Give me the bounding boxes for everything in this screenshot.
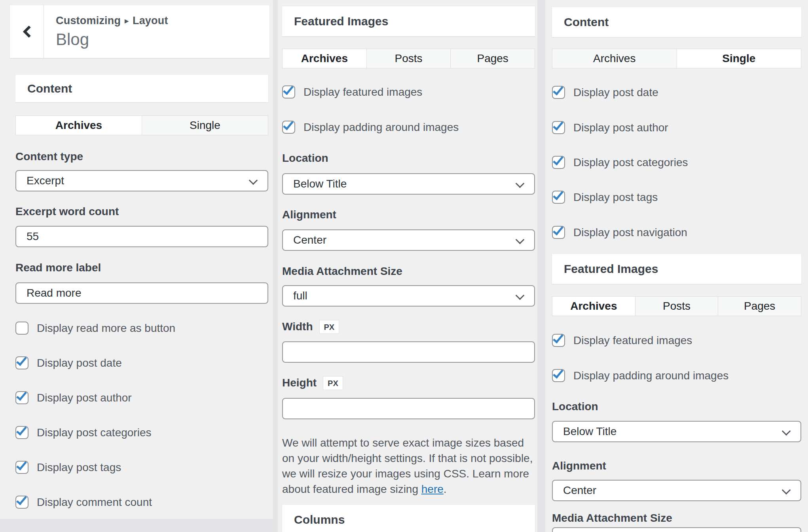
checkbox[interactable] [15, 461, 28, 474]
checkbox-row-display-post-tags[interactable]: Display post tags [15, 461, 268, 474]
tab-label: Single [190, 119, 220, 132]
checkbox[interactable] [552, 121, 565, 134]
tab-label: Pages [744, 300, 775, 312]
alignment-select[interactable]: Center [552, 480, 801, 501]
tab-posts[interactable]: Posts [635, 296, 719, 316]
checkbox[interactable] [552, 191, 565, 204]
checkbox[interactable] [552, 334, 565, 347]
tab-pages[interactable]: Pages [450, 49, 535, 68]
alignment-select[interactable]: Center [282, 229, 535, 251]
checkbox[interactable] [15, 391, 28, 404]
checkbox[interactable] [15, 496, 28, 509]
checkbox-label: Display padding around images [303, 121, 459, 134]
location-select[interactable]: Below Title [282, 173, 535, 195]
tab-single[interactable]: Single [142, 115, 268, 135]
select-value: Excerpt [27, 174, 257, 187]
read-more-label-label: Read more label [15, 261, 268, 275]
checkbox-row-display-post-navigation[interactable]: Display post navigation [552, 226, 801, 239]
content-type-label: Content type [15, 150, 268, 163]
height-label-row: Height PX [282, 375, 535, 391]
select-value: full [293, 290, 524, 302]
check-icon [553, 119, 563, 131]
tab-archives[interactable]: Archives [552, 296, 635, 316]
check-icon [553, 84, 563, 95]
checkbox-label: Display post categories [573, 156, 688, 169]
checkbox[interactable] [552, 86, 565, 99]
select-value: Center [293, 234, 524, 246]
checkbox-row-display-post-date[interactable]: Display post date [15, 356, 268, 369]
checkbox-label: Display post date [573, 86, 658, 99]
checkbox-row-display-featured-images[interactable]: Display featured images [282, 85, 535, 98]
checkbox[interactable] [552, 156, 565, 169]
breadcrumb-separator-icon: ▸ [121, 17, 133, 25]
media-attachment-size-select[interactable]: full [282, 285, 535, 307]
checkbox-row-display-featured-images[interactable]: Display featured images [552, 334, 801, 347]
checkbox-label: Display featured images [573, 334, 692, 347]
checkbox[interactable] [15, 322, 28, 335]
checkbox-row-display-read-more-as-button[interactable]: Display read more as button [15, 322, 268, 335]
checkbox[interactable] [552, 369, 565, 382]
checkbox-label: Display post tags [573, 191, 658, 204]
section-title: Content [27, 82, 72, 95]
section-header-content: Content [552, 7, 801, 37]
tab-pages[interactable]: Pages [718, 296, 801, 316]
px-unit-badge: PX [319, 320, 340, 334]
height-input[interactable] [282, 398, 535, 419]
checkbox[interactable] [15, 426, 28, 439]
checkbox-row-display-comment-count[interactable]: Display comment count [15, 496, 268, 509]
checkbox-label: Display post author [573, 121, 668, 134]
checkbox-row-display-post-tags[interactable]: Display post tags [552, 191, 801, 204]
note-text: We will attempt to serve exact image siz… [282, 437, 533, 495]
excerpt-word-count-input[interactable] [15, 226, 268, 247]
here-link[interactable]: here [421, 483, 444, 495]
checkbox[interactable] [282, 121, 295, 134]
check-icon [16, 355, 27, 366]
breadcrumb-layout: Layout [133, 15, 168, 27]
read-more-label-input[interactable] [15, 282, 268, 304]
check-icon [553, 154, 563, 165]
checkbox-row-display-post-author[interactable]: Display post author [552, 121, 801, 134]
select-value: Below Title [293, 178, 524, 190]
checkbox-row-display-padding-around-images[interactable]: Display padding around images [282, 121, 535, 134]
tab-archives[interactable]: Archives [552, 49, 677, 68]
media-attachment-size-label: Media Attachment Size [282, 265, 535, 278]
checkbox-label: Display post author [37, 392, 132, 404]
media-attachment-size-label: Media Attachment Size [552, 511, 801, 525]
tab-single[interactable]: Single [677, 49, 802, 68]
section-header-content: Content [15, 75, 268, 102]
checkbox[interactable] [282, 85, 295, 98]
customizer-header: Customizing▸Layout Blog [10, 5, 269, 58]
content-tabs: Archives Single [15, 115, 268, 135]
checkbox[interactable] [15, 356, 28, 369]
panel-middle: Featured Images Archives Posts Pages Dis… [278, 0, 537, 532]
note-text: . [444, 483, 447, 495]
checkbox-row-display-padding-around-images[interactable]: Display padding around images [552, 369, 801, 382]
check-icon [16, 390, 27, 401]
media-attachment-size-select[interactable] [552, 527, 801, 532]
tab-label: Single [722, 52, 755, 65]
content-type-select[interactable]: Excerpt [15, 170, 268, 191]
back-button[interactable] [10, 5, 44, 58]
section-title: Columns [294, 513, 345, 526]
tab-posts[interactable]: Posts [366, 49, 451, 68]
check-icon [283, 119, 294, 130]
checkbox-row-display-post-date[interactable]: Display post date [552, 86, 801, 99]
checkbox-label: Display post navigation [573, 226, 687, 239]
width-input[interactable] [282, 341, 535, 363]
back-chevron-icon [23, 25, 35, 38]
section-title: Featured Images [294, 15, 388, 28]
page-title: Blog [56, 30, 168, 49]
select-value: Below Title [563, 425, 790, 438]
checkbox-label: Display read more as button [37, 322, 175, 335]
tab-archives[interactable]: Archives [282, 49, 367, 68]
section-header-columns: Columns [282, 505, 535, 532]
tab-label: Archives [55, 119, 102, 132]
tab-archives[interactable]: Archives [15, 115, 142, 135]
checkbox-row-display-post-author[interactable]: Display post author [15, 391, 268, 404]
location-select[interactable]: Below Title [552, 421, 801, 442]
checkbox-row-display-post-categories[interactable]: Display post categories [15, 426, 268, 439]
checkbox[interactable] [552, 226, 565, 239]
checkbox-label: Display post date [37, 357, 122, 369]
checkbox-row-display-post-categories[interactable]: Display post categories [552, 156, 801, 169]
location-label: Location [282, 151, 535, 165]
